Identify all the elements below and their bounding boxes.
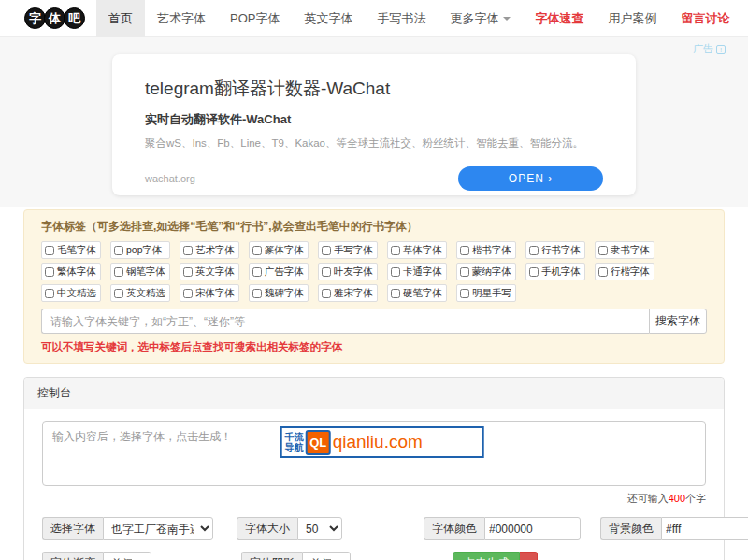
font-tag[interactable]: 钢笔字体 xyxy=(110,263,170,280)
font-tag-checkbox[interactable] xyxy=(45,289,54,298)
font-tag-label: 卡通字体 xyxy=(403,266,442,279)
font-tag-checkbox[interactable] xyxy=(183,246,193,255)
font-tag-checkbox[interactable] xyxy=(252,289,262,298)
font-tag[interactable]: 艺术字体 xyxy=(180,241,239,259)
font-tag[interactable]: 毛笔字体 xyxy=(41,241,101,259)
font-tag[interactable]: 繁体字体 xyxy=(41,263,101,280)
logo-char: 字 xyxy=(24,7,46,29)
nav-item-user-cases[interactable]: 用户案例 xyxy=(596,0,669,37)
font-size-select[interactable]: 50 xyxy=(297,517,342,540)
ad-card[interactable]: telegram翻译器计数器-WaChat 实时自动翻译软件-WaChat 聚合… xyxy=(112,54,636,195)
font-tag-label: 魏碑字体 xyxy=(265,287,304,300)
shadow-select[interactable]: 关闭 xyxy=(302,552,351,560)
counter-suffix: 个字 xyxy=(685,493,706,504)
font-tag[interactable]: 英文字体 xyxy=(180,263,239,280)
font-tag-checkbox[interactable] xyxy=(114,289,123,298)
gradient-select[interactable]: 关闭 xyxy=(103,552,151,560)
top-navbar: 字体吧 首页艺术字体POP字体英文字体手写书法更多字体字体速查用户案例留言讨论 … xyxy=(0,0,748,37)
font-tag[interactable]: 篆体字体 xyxy=(249,241,309,259)
nav-item-handwriting-calligraphy[interactable]: 手写书法 xyxy=(365,0,438,37)
nav-item-pop-fonts[interactable]: POP字体 xyxy=(218,0,292,37)
generate-button[interactable]: 点击生成 xyxy=(453,552,520,560)
font-tag-checkbox[interactable] xyxy=(598,246,608,255)
font-tag[interactable]: 广告字体 xyxy=(249,263,309,280)
font-tag-checkbox[interactable] xyxy=(529,246,539,255)
font-tag-checkbox[interactable] xyxy=(460,267,469,277)
font-tag[interactable]: 明星手写 xyxy=(456,284,516,302)
font-tag[interactable]: 叶友字体 xyxy=(318,263,378,280)
font-search-button[interactable]: 搜索字体 xyxy=(649,309,707,334)
font-tag-checkbox[interactable] xyxy=(252,267,262,277)
font-tag-checkbox[interactable] xyxy=(460,246,469,255)
gradient-group: 字体渐变 关闭 xyxy=(42,552,151,560)
ad-domain: wachat.org xyxy=(145,173,195,184)
font-tag-checkbox[interactable] xyxy=(114,267,123,277)
font-tag[interactable]: 楷书字体 xyxy=(456,241,516,259)
ad-open-button[interactable]: OPEN › xyxy=(458,166,603,191)
counter-prefix: 还可输入 xyxy=(627,493,669,504)
ad-subtitle: 实时自动翻译软件-WaChat xyxy=(145,111,603,128)
font-color-input[interactable] xyxy=(484,517,581,540)
ad-badge-label: 广告 xyxy=(693,42,713,56)
font-tag-label: 雅宋字体 xyxy=(334,287,373,300)
font-size-label: 字体大小 xyxy=(237,517,297,540)
font-tag[interactable]: 卡通字体 xyxy=(387,263,447,280)
font-tag-checkbox[interactable] xyxy=(391,289,400,298)
font-tag[interactable]: 行书字体 xyxy=(525,241,585,259)
shadow-label: 字体阴影 xyxy=(241,552,302,560)
qianliu-nav-line2: 导航 xyxy=(285,442,304,453)
qianliu-nav-text: 千流 导航 xyxy=(285,432,304,453)
font-tag-checkbox[interactable] xyxy=(322,267,331,277)
font-tag-label: 行楷字体 xyxy=(611,266,650,279)
logo-char: 吧 xyxy=(64,7,85,29)
bg-color-input[interactable] xyxy=(661,517,748,540)
font-tag[interactable]: 隶书字体 xyxy=(595,241,654,259)
nav-item-english-fonts[interactable]: 英文字体 xyxy=(292,0,365,37)
font-tag-checkbox[interactable] xyxy=(322,289,331,298)
nav-item-art-fonts[interactable]: 艺术字体 xyxy=(145,0,218,37)
font-tag-checkbox[interactable] xyxy=(529,267,539,277)
font-tag-checkbox[interactable] xyxy=(391,267,400,277)
console-card: 控制台 千流 导航 QL qianliu.com 还可输入400个字 选择字体 … xyxy=(23,377,725,560)
font-tag[interactable]: 草体字体 xyxy=(387,241,447,259)
font-tag[interactable]: 蒙纳字体 xyxy=(456,263,516,280)
font-tag-checkbox[interactable] xyxy=(45,246,54,255)
font-tag-checkbox[interactable] xyxy=(183,267,193,277)
nav-item-font-quick-search[interactable]: 字体速查 xyxy=(523,0,596,37)
font-tag-label: 毛笔字体 xyxy=(57,244,96,257)
font-tag-checkbox[interactable] xyxy=(391,246,400,255)
qianliu-domain: qianliu.com xyxy=(333,432,423,452)
font-tag[interactable]: pop字体 xyxy=(110,241,170,259)
nav-item-more-fonts[interactable]: 更多字体 xyxy=(438,0,523,37)
font-tag[interactable]: 手机字体 xyxy=(525,263,585,280)
font-tag-label: 中文精选 xyxy=(57,287,96,300)
font-tag-checkbox[interactable] xyxy=(45,267,54,277)
ad-title: telegram翻译器计数器-WaChat xyxy=(145,77,603,101)
font-tag[interactable]: 雅宋字体 xyxy=(318,284,378,302)
font-tag[interactable]: 中文精选 xyxy=(41,284,101,302)
logo-char: 体 xyxy=(44,7,65,29)
font-search-group: 搜索字体 xyxy=(41,309,707,334)
font-tag-checkbox[interactable] xyxy=(460,289,469,298)
font-select-group: 选择字体 也字工厂苍南手迹 xyxy=(42,517,213,540)
font-tag-checkbox[interactable] xyxy=(252,246,262,255)
nav-item-message-discussion[interactable]: 留言讨论 xyxy=(669,0,741,37)
font-select[interactable]: 也字工厂苍南手迹 xyxy=(103,517,213,540)
font-tag[interactable]: 手写字体 xyxy=(318,241,378,259)
qianliu-ad-banner[interactable]: 千流 导航 QL qianliu.com xyxy=(280,426,484,458)
site-logo[interactable]: 字体吧 xyxy=(24,7,83,29)
font-tag[interactable]: 宋体字体 xyxy=(180,284,239,302)
font-tag[interactable]: 英文精选 xyxy=(110,284,170,302)
font-tag-label: 手机字体 xyxy=(541,266,581,279)
font-tag[interactable]: 行楷字体 xyxy=(595,263,654,280)
font-tag-checkbox[interactable] xyxy=(114,246,123,255)
font-tag[interactable]: 魏碑字体 xyxy=(249,284,309,302)
font-tag[interactable]: 硬笔字体 xyxy=(387,284,447,302)
char-counter: 还可输入400个字 xyxy=(42,492,706,506)
font-tag-checkbox[interactable] xyxy=(183,289,193,298)
nav-item-home[interactable]: 首页 xyxy=(96,0,145,37)
font-tag-checkbox[interactable] xyxy=(598,267,608,277)
font-search-input[interactable] xyxy=(41,309,649,334)
generate-dropdown-button[interactable] xyxy=(520,552,538,560)
font-tag-checkbox[interactable] xyxy=(322,246,331,255)
